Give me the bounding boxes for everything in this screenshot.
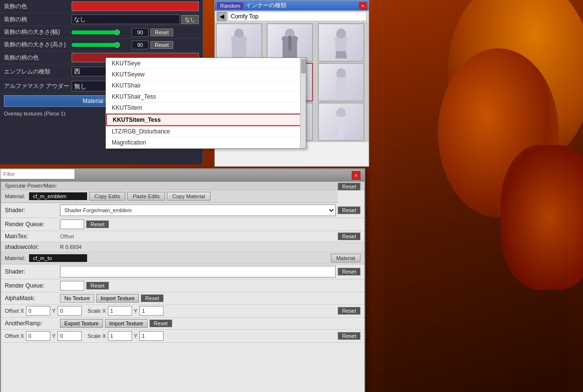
emblem-type-label: エンブレムの種類 [4, 68, 72, 76]
maintex-reset-btn[interactable]: Reset [338, 232, 360, 240]
offset-y-input-1[interactable] [58, 306, 82, 316]
dropdown-item-kkutshair[interactable]: KKUTShair [106, 80, 306, 91]
alpha-mask-row-2: AlphaMask: No Texture Import Texture Res… [1, 292, 364, 305]
decoration-width-row: 装飾の柄の大きさ(幅) Reset [0, 26, 203, 39]
shader-reset-btn-2[interactable]: Reset [338, 268, 360, 276]
decoration-pattern-label: 装飾の柄 [4, 15, 72, 24]
clothing-item-3[interactable] [318, 23, 364, 62]
decoration-width-reset[interactable]: Reset [150, 29, 173, 36]
filter-input[interactable] [0, 169, 75, 179]
decoration-height-slider[interactable] [72, 43, 130, 47]
clothing-item-9[interactable] [318, 102, 364, 141]
comfy-top-label: Comfy Top [227, 12, 367, 21]
render-queue-row-1: Render Queue: Reset [1, 218, 364, 231]
import-texture-btn[interactable]: Import Texture [96, 294, 139, 303]
shadowcolor-label: shadowcolor: [5, 244, 58, 250]
material-editor-close-button[interactable]: × [352, 171, 360, 180]
shader-row-1: Shader: Shader Forge/main_emblem Reset [1, 203, 364, 218]
scale-x-label-1: Scale X [88, 308, 106, 314]
comfy-nav-bar: ◀ Comfy Top [215, 11, 369, 22]
paste-edits-button[interactable]: Paste Edits [127, 192, 165, 201]
decoration-width-slider-container: Reset [72, 28, 173, 37]
clothing-item-1[interactable] [216, 23, 262, 62]
dropdown-item-magnification[interactable]: Magnification [106, 137, 306, 148]
specular-row: Specular Power/Main: Reset [1, 182, 364, 190]
offset-scale-row-2: Offset X Y Scale X Y Reset [1, 330, 364, 343]
material-label-1: Material: [5, 193, 25, 199]
dropdown-scroll-area: KKUTSeye KKUTSeyew KKUTShair KKUTShair_T… [106, 58, 306, 148]
specular-label: Specular Power/Main: [5, 183, 57, 189]
copy-material-button[interactable]: Copy Material [167, 192, 210, 201]
render-queue-label-1: Render Queue: [5, 221, 58, 228]
clothing-item-6[interactable] [318, 63, 364, 102]
dropdown-item-kkutshair-tess[interactable]: KKUTShair_Tess [106, 91, 306, 102]
decoration-pattern-input[interactable] [72, 15, 180, 24]
render-queue-label-2: Render Queue: [5, 282, 58, 289]
scale-x-input-1[interactable] [108, 306, 132, 316]
scale-reset-btn-1[interactable]: Reset [338, 307, 360, 315]
dropdown-item-ltz-rgb[interactable]: LTZ/RGB_Disturbance [106, 126, 306, 137]
decoration-height-value[interactable] [132, 41, 149, 49]
dropdown-scrollbar[interactable] [300, 58, 306, 148]
maintex-label: MainTex: [5, 233, 58, 240]
scale-reset-btn-2[interactable]: Reset [338, 332, 360, 340]
specular-reset-btn[interactable]: Reset [338, 183, 360, 190]
render-queue-input-2[interactable] [60, 281, 84, 290]
inner-panel-title: インナーの種類 [246, 1, 357, 10]
render-queue-reset-btn[interactable]: Reset [86, 220, 109, 228]
decoration-color-swatch[interactable] [72, 1, 199, 11]
shader-input-2[interactable] [60, 266, 336, 277]
second-material-name: cf_m_to [29, 254, 87, 262]
dropdown-item-kkutsitem-tess[interactable]: KKUTSitem_Tess [106, 114, 306, 126]
scale-x-label-2: Scale X [88, 333, 106, 339]
nav-left-arrow[interactable]: ◀ [217, 12, 226, 21]
random-button[interactable]: Random [217, 2, 244, 10]
scale-y-input-1[interactable] [139, 306, 164, 316]
shader-reset-btn[interactable]: Reset [338, 206, 360, 214]
render-queue-reset-btn-2[interactable]: Reset [86, 282, 109, 290]
scale-y-input-2[interactable] [139, 331, 164, 341]
decoration-width-slider[interactable] [72, 30, 130, 34]
offset-x-input-1[interactable] [26, 306, 50, 316]
render-queue-input-1[interactable] [60, 219, 84, 229]
scale-x-input-2[interactable] [108, 331, 132, 341]
svg-rect-2 [288, 36, 291, 50]
alpha-mask-label: アルファマスク アウダー [4, 82, 72, 90]
slider-thumb [114, 29, 120, 35]
shader-dropdown-select[interactable]: Shader Forge/main_emblem [60, 204, 336, 216]
dropdown-item-kkutseyew[interactable]: KKUTSeyew [106, 69, 306, 80]
another-ramp-reset-btn[interactable]: Reset [149, 319, 172, 327]
copy-edits-button[interactable]: Copy Edits [89, 192, 125, 201]
decoration-height-slider-container: Reset [72, 41, 173, 49]
clothing-figure-2 [275, 27, 304, 58]
dropdown-item-kkutseye[interactable]: KKUTSeye [106, 58, 306, 69]
alpha-reset-btn[interactable]: Reset [141, 294, 164, 302]
inner-panel-close-button[interactable]: × [359, 2, 367, 10]
shader-label-1: Shader: [5, 207, 58, 214]
offset-y-input-2[interactable] [58, 331, 82, 341]
offset-x-label-2: Offset X [5, 333, 24, 339]
decoration-pattern-color-label: 装飾の柄の色 [4, 54, 72, 62]
scrollbar-thumb [301, 59, 306, 73]
dropdown-item-kkutsitem[interactable]: KKUTSitem [106, 102, 306, 114]
export-texture-btn[interactable]: Export Texture [60, 319, 103, 328]
decoration-height-reset[interactable]: Reset [150, 41, 173, 49]
offset-label: Offset [60, 233, 74, 239]
second-material-label: Material: [5, 255, 25, 261]
second-material-row: Material: cf_m_to Material [1, 252, 364, 264]
clothing-item-2[interactable] [267, 23, 313, 62]
offset-x-input-2[interactable] [26, 331, 50, 341]
clothing-figure-6 [327, 67, 356, 98]
import-texture-btn-2[interactable]: Import Texture [105, 319, 148, 328]
shader-label-2: Shader: [5, 268, 58, 275]
render-queue-row-2: Render Queue: Reset [1, 279, 364, 292]
decoration-color-row: 装飾の色 [0, 0, 203, 13]
no-texture-btn[interactable]: No Texture [60, 294, 94, 303]
decoration-height-row: 装飾の柄の大きさ(高さ) Reset [0, 39, 203, 51]
material-btn[interactable]: Material [331, 254, 360, 262]
nashi-button[interactable]: なし [181, 15, 199, 24]
slider-thumb-2 [114, 42, 120, 48]
decoration-width-value[interactable] [132, 28, 149, 37]
offset-scale-row-1: Offset X Y Scale X Y Reset [1, 305, 364, 318]
offset-x-label-1: Offset X [5, 308, 24, 314]
